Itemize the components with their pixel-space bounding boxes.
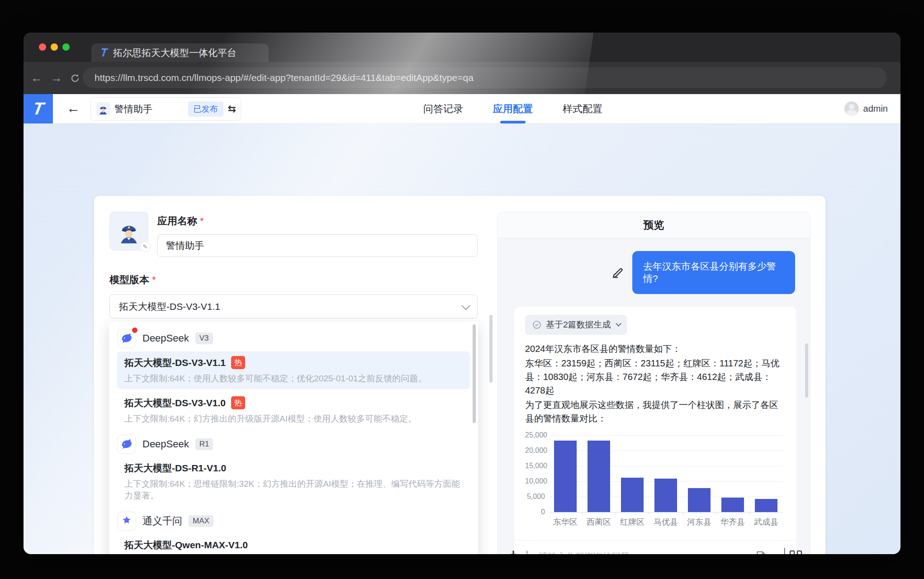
source-pill[interactable]: 基于2篇数据生成 bbox=[525, 315, 627, 335]
bar-chart: 05,00010,00015,00020,00025,000东华区西蔺区红牌区马… bbox=[525, 432, 786, 535]
app-avatar-upload[interactable]: ✎ bbox=[109, 212, 148, 251]
chart-x-label: 武成县 bbox=[749, 517, 783, 527]
version-badge: MAX bbox=[189, 515, 213, 527]
chart-x-label: 马优县 bbox=[649, 517, 682, 527]
chart-gridline bbox=[549, 466, 783, 466]
model-version-label: 模型版本* bbox=[109, 273, 156, 287]
chart-x-tick bbox=[616, 512, 616, 515]
deepseek-logo-icon bbox=[117, 435, 136, 454]
model-option-ds-v3-v1-1[interactable]: 拓天大模型-DS-V3-V1.1热 上下文限制:64K；使用人数较多可能不稳定；… bbox=[117, 351, 470, 389]
required-asterisk: * bbox=[200, 215, 204, 227]
chart-x-label: 河东县 bbox=[682, 517, 716, 527]
chat-scrollbar[interactable] bbox=[805, 343, 808, 398]
chart-y-label: 10,000 bbox=[525, 477, 545, 485]
user-message-row: 去年汉东市各区县分别有多少警情? bbox=[498, 251, 795, 294]
published-status-badge: 已发布 bbox=[188, 101, 223, 117]
chart-y-label: 0 bbox=[525, 508, 545, 516]
chart-x-tick bbox=[749, 512, 750, 515]
app-tabs: 问答记录 应用配置 样式配置 bbox=[422, 94, 604, 123]
chart-x-tick bbox=[582, 512, 583, 515]
app-name-input[interactable] bbox=[157, 234, 478, 257]
chart-bar-东华区 bbox=[554, 441, 577, 512]
browser-window: T 拓尔思拓天大模型一体化平台 ← → https://llm.trscd.co… bbox=[24, 33, 900, 554]
app-name-label: 应用名称* bbox=[157, 214, 204, 228]
model-option-qwen-max-v1-0[interactable]: 拓天大模型-Qwen-MAX-V1.0 上下文限制:128K；通义千问推出的最强… bbox=[117, 534, 470, 554]
back-arrow-icon[interactable]: ← bbox=[66, 100, 80, 116]
switch-app-icon[interactable]: ⇆ bbox=[228, 103, 235, 115]
chart-y-label: 5,000 bbox=[525, 493, 545, 501]
chart-x-axis bbox=[549, 512, 783, 513]
check-circle-icon bbox=[532, 320, 541, 329]
chart-gridline bbox=[549, 435, 783, 436]
app-avatar bbox=[96, 102, 110, 116]
chart-x-tick bbox=[716, 512, 716, 515]
screenshot-stage: T 拓尔思拓天大模型一体化平台 ← → https://llm.trscd.co… bbox=[0, 0, 924, 579]
chart-bar-华齐县 bbox=[721, 498, 744, 512]
preview-panel: 预览 去年汉东市各区县分别有多少警情? 基于2篇数据生成 2024年汉东市各区县… bbox=[497, 212, 810, 554]
username: admin bbox=[863, 104, 888, 114]
edit-question-pencil-icon[interactable] bbox=[611, 266, 625, 279]
chart-gridline bbox=[549, 451, 783, 451]
account-area[interactable]: admin bbox=[844, 101, 888, 116]
required-asterisk: * bbox=[152, 274, 156, 285]
hot-badge: 热 bbox=[231, 396, 245, 409]
model-version-select[interactable]: 拓天大模型-DS-V3-V1.1 bbox=[109, 294, 478, 318]
form-scrollbar[interactable] bbox=[489, 315, 493, 383]
chart-x-label: 西蔺区 bbox=[582, 517, 616, 527]
deepseek-logo-icon bbox=[117, 329, 136, 348]
chat-input[interactable] bbox=[527, 543, 783, 554]
model-group-deepseek-v3: DeepSeek V3 bbox=[117, 328, 470, 349]
apps-grid-icon[interactable] bbox=[790, 551, 802, 555]
model-option-ds-r1-v1-0[interactable]: 拓天大模型-DS-R1-V1.0 上下文限制:64K；思维链限制:32K；幻方推… bbox=[117, 457, 470, 506]
model-group-deepseek-r1: DeepSeek R1 bbox=[117, 434, 470, 455]
chart-x-label: 东华区 bbox=[549, 517, 582, 527]
chart-bar-西蔺区 bbox=[588, 441, 610, 512]
tab-style-config[interactable]: 样式配置 bbox=[561, 102, 604, 116]
app-viewport: T ← 警情助手 已发布 ⇆ 问答记录 应用配置 样式配置 admin bbox=[24, 94, 900, 554]
chart-bar-红牌区 bbox=[621, 478, 644, 512]
version-badge: V3 bbox=[195, 332, 213, 344]
chart-y-label: 15,000 bbox=[525, 462, 545, 470]
edit-avatar-pencil-icon[interactable]: ✎ bbox=[140, 241, 151, 252]
clear-broom-icon[interactable] bbox=[506, 549, 521, 554]
notification-dot bbox=[132, 327, 137, 333]
model-dropdown: DeepSeek V3 拓天大模型-DS-V3-V1.1热 上下文限制:64K；… bbox=[109, 322, 478, 554]
tab-app-config[interactable]: 应用配置 bbox=[491, 102, 535, 116]
chart-x-tick bbox=[649, 512, 649, 515]
preview-title: 预览 bbox=[498, 212, 810, 238]
version-badge: R1 bbox=[195, 438, 213, 450]
chart-x-tick bbox=[682, 512, 683, 515]
chart-x-label: 红牌区 bbox=[616, 517, 649, 527]
tab-qa-records[interactable]: 问答记录 bbox=[422, 102, 465, 116]
chevron-down-icon bbox=[616, 321, 621, 327]
chat-input-bar bbox=[498, 533, 810, 554]
model-version-value: 拓天大模型-DS-V3-V1.1 bbox=[119, 300, 220, 313]
model-option-ds-v3-v1-0[interactable]: 拓天大模型-DS-V3-V1.0热 上下文限制:64K；幻方推出的升级版开源AI… bbox=[117, 392, 470, 429]
chart-y-label: 25,000 bbox=[525, 431, 545, 439]
chart-y-label: 20,000 bbox=[525, 446, 545, 455]
police-avatar-image bbox=[116, 218, 142, 244]
app-name-box[interactable]: 警情助手 已发布 ⇆ bbox=[90, 97, 241, 121]
app-name-text: 警情助手 bbox=[114, 103, 184, 115]
model-group-qwen-max: 通义千问 MAX bbox=[117, 511, 470, 532]
chart-bar-武成县 bbox=[755, 499, 777, 512]
dropdown-scrollbar[interactable] bbox=[473, 324, 476, 423]
user-message-bubble: 去年汉东市各区县分别有多少警情? bbox=[632, 251, 795, 294]
answer-paragraph-2: 东华区：23159起；西蔺区：23115起；红牌区：11172起；马优县：108… bbox=[525, 356, 786, 397]
platform-logo[interactable]: T bbox=[24, 94, 53, 123]
qwen-logo-icon bbox=[117, 512, 136, 531]
answer-paragraph-1: 2024年汉东市各区县的警情数量如下： bbox=[525, 342, 786, 356]
assistant-answer-card: 基于2篇数据生成 2024年汉东市各区县的警情数量如下： 东华区：23159起；… bbox=[514, 307, 796, 554]
upload-file-icon[interactable] bbox=[754, 550, 768, 554]
chevron-down-icon bbox=[461, 301, 470, 310]
avatar bbox=[844, 101, 859, 116]
chart-bar-河东县 bbox=[688, 488, 711, 512]
t-logo-icon: T bbox=[31, 99, 45, 119]
chart-x-label: 华齐县 bbox=[716, 517, 749, 527]
answer-paragraph-3: 为了更直观地展示这些数据，我提供了一个柱状图，展示了各区县的警情数量对比： bbox=[525, 398, 786, 425]
hot-badge: 热 bbox=[231, 356, 245, 369]
chart-bar-马优县 bbox=[654, 479, 677, 512]
